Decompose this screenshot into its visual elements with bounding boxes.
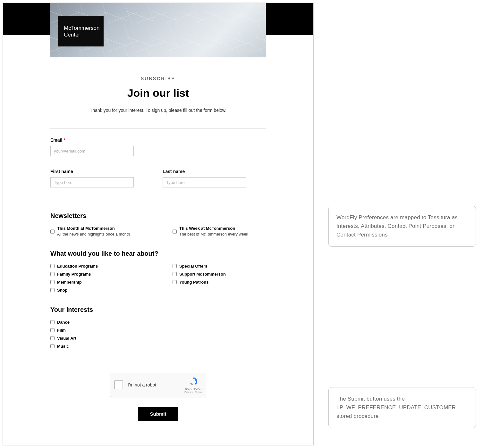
topic-checkbox[interactable] — [50, 272, 55, 276]
topic-checkbox[interactable] — [50, 264, 55, 268]
recaptcha-icon — [188, 376, 199, 386]
topics-section: What would you like to hear about? Educa… — [50, 250, 266, 293]
submit-button[interactable]: Submit — [138, 407, 179, 421]
topic-item[interactable]: Membership — [50, 280, 144, 285]
intro-text: Thank you for your interest. To sign up,… — [50, 108, 266, 113]
newsletter-checkbox-week[interactable] — [173, 227, 177, 236]
newsletter-title: This Week at McTommerson — [179, 226, 248, 231]
last-name-label: Last name — [163, 169, 246, 174]
interest-label: Film — [57, 328, 66, 333]
interest-checkbox[interactable] — [50, 336, 55, 340]
first-name-input[interactable] — [50, 177, 134, 187]
topic-item[interactable]: Special Offers — [173, 264, 266, 269]
eyebrow: SUBSCRIBE — [50, 76, 266, 81]
interest-item[interactable]: Music — [50, 344, 266, 349]
email-field-group: Email * — [50, 137, 266, 156]
topic-label: Shop — [57, 288, 68, 293]
topic-item[interactable]: Support McTommerson — [173, 272, 266, 277]
newsletter-checkbox-month[interactable] — [50, 227, 55, 236]
newsletter-title: This Month at McTommerson — [57, 226, 130, 231]
logo-line1: McTommerson — [64, 25, 99, 31]
first-name-label: First name — [50, 169, 134, 174]
recaptcha-wrap: I'm not a robot reCAPTCHA Privacy - Term… — [50, 373, 266, 397]
recaptcha-brand: reCAPTCHA Privacy - Terms — [184, 376, 202, 394]
hero-banner: McTommerson Center — [3, 3, 313, 57]
newsletter-desc: All the news and highlights once a month — [57, 232, 130, 236]
divider — [50, 363, 266, 363]
topic-checkbox[interactable] — [173, 280, 177, 284]
topic-label: Special Offers — [179, 264, 207, 269]
topic-checkbox[interactable] — [50, 280, 55, 284]
topic-label: Family Programs — [57, 272, 91, 277]
last-name-input[interactable] — [163, 177, 246, 187]
email-label-text: Email — [50, 137, 62, 143]
topic-item[interactable]: Education Programs — [50, 264, 144, 269]
recaptcha-checkbox[interactable] — [114, 380, 123, 389]
interests-heading: Your Interests — [50, 306, 266, 313]
interest-label: Music — [57, 344, 69, 349]
topic-item[interactable]: Shop — [50, 288, 144, 293]
topics-heading: What would you like to hear about? — [50, 250, 266, 257]
topic-label: Membership — [57, 280, 82, 285]
interest-item[interactable]: Dance — [50, 320, 266, 325]
logo-line2: Center — [64, 31, 99, 38]
required-marker: * — [64, 137, 65, 143]
first-name-group: First name — [50, 169, 134, 187]
interest-item[interactable]: Film — [50, 328, 266, 333]
annotation-preferences: WordFly Preferences are mapped to Tessit… — [328, 206, 476, 247]
topic-label: Support McTommerson — [179, 272, 226, 277]
interests-section: Your Interests Dance Film Visual Art Mus… — [50, 306, 266, 349]
topic-label: Young Patrons — [179, 280, 208, 285]
newsletters-section: Newsletters This Month at McTommerson Al… — [50, 212, 266, 236]
interest-checkbox[interactable] — [50, 344, 55, 348]
recaptcha-label: I'm not a robot — [128, 382, 184, 387]
topic-checkbox[interactable] — [50, 288, 55, 292]
divider — [50, 128, 266, 129]
topic-item[interactable]: Young Patrons — [173, 280, 266, 285]
recaptcha-links[interactable]: Privacy - Terms — [184, 391, 202, 394]
interest-item[interactable]: Visual Art — [50, 336, 266, 341]
email-label: Email * — [50, 137, 266, 143]
email-input[interactable] — [50, 146, 134, 156]
interest-checkbox[interactable] — [50, 320, 55, 324]
page-title: Join our list — [50, 87, 266, 99]
interest-label: Dance — [57, 320, 70, 325]
interest-checkbox[interactable] — [50, 328, 55, 332]
newsletters-heading: Newsletters — [50, 212, 266, 220]
interest-label: Visual Art — [57, 336, 76, 341]
subscribe-form: SUBSCRIBE Join our list Thank you for yo… — [50, 57, 266, 421]
last-name-group: Last name — [163, 169, 246, 187]
newsletter-item-month[interactable]: This Month at McTommerson All the news a… — [50, 226, 144, 236]
topic-label: Education Programs — [57, 264, 98, 269]
divider — [50, 203, 266, 203]
recaptcha-brand-text: reCAPTCHA — [184, 387, 202, 391]
newsletter-item-week[interactable]: This Week at McTommerson The best of McT… — [173, 226, 266, 236]
newsletter-desc: The best of McTommerson every week — [179, 232, 248, 236]
topic-item[interactable]: Family Programs — [50, 272, 144, 277]
topic-checkbox[interactable] — [173, 272, 177, 276]
form-page: McTommerson Center SUBSCRIBE Join our li… — [3, 3, 314, 445]
annotation-submit: The Submit button uses the LP_WF_PREFERE… — [328, 387, 476, 428]
brand-logo: McTommerson Center — [58, 16, 104, 46]
topic-checkbox[interactable] — [173, 264, 177, 268]
recaptcha-widget[interactable]: I'm not a robot reCAPTCHA Privacy - Term… — [110, 373, 206, 397]
